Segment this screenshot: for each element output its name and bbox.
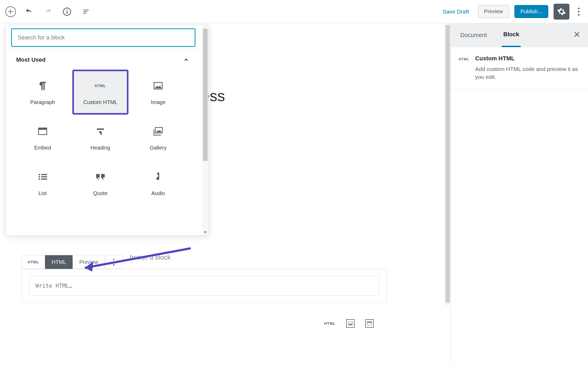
kebab-icon: [113, 258, 115, 266]
heading-icon: [96, 125, 105, 138]
block-item-embed[interactable]: Embed: [15, 115, 71, 160]
section-header-most-used[interactable]: Most Used: [15, 54, 200, 70]
html-icon: HTML: [459, 57, 469, 81]
svg-point-20: [38, 178, 40, 180]
block-body: [22, 269, 387, 303]
svg-rect-1: [67, 11, 68, 14]
undo-button[interactable]: [23, 6, 35, 18]
svg-point-2: [66, 9, 68, 10]
block-info-description: Add custom HTML code and preview it as y…: [475, 65, 580, 81]
block-item-paragraph[interactable]: Paragraph: [15, 70, 71, 115]
paragraph-icon: [39, 79, 47, 92]
quote-icon: [95, 170, 105, 183]
close-sidebar-button[interactable]: [574, 31, 580, 38]
custom-html-block: HTML HTML Preview: [22, 255, 387, 303]
svg-rect-17: [41, 174, 47, 175]
tab-block[interactable]: Block: [502, 23, 521, 47]
inserter-scrollbar[interactable]: ▼: [202, 25, 208, 235]
save-draft-button[interactable]: Save Draft: [439, 6, 473, 17]
svg-point-7: [113, 261, 114, 263]
block-item-custom-html[interactable]: HTML Custom HTML: [72, 70, 128, 115]
html-code-input[interactable]: [29, 276, 380, 296]
settings-sidebar: Document Block HTML Custom HTML Add cust…: [451, 23, 588, 365]
block-toolbar: HTML HTML Preview: [22, 255, 387, 269]
scrollbar-thumb[interactable]: [203, 29, 208, 161]
block-inserter: Most Used Paragraph HTML Custom HTML Ima…: [6, 25, 208, 236]
list-icon: [38, 170, 47, 183]
inserter-search-wrap: [6, 25, 202, 49]
scrollbar-thumb[interactable]: [446, 25, 450, 303]
svg-point-5: [578, 14, 580, 16]
list-icon: [82, 8, 90, 16]
preview-tab[interactable]: Preview: [73, 255, 105, 269]
embed-icon[interactable]: [365, 319, 374, 328]
image-icon: [154, 79, 163, 92]
section-title: Most Used: [16, 56, 46, 63]
svg-point-8: [113, 264, 114, 265]
gear-icon: [557, 7, 566, 16]
kebab-icon: [578, 7, 580, 16]
block-item-gallery[interactable]: Gallery: [130, 115, 186, 160]
close-icon: [574, 31, 580, 38]
html-icon[interactable]: HTML: [324, 321, 336, 326]
sidebar-block-info: HTML Custom HTML Add custom HTML code an…: [451, 47, 588, 89]
settings-button[interactable]: [554, 4, 569, 20]
block-item-list[interactable]: List: [15, 161, 71, 206]
block-more-button[interactable]: [105, 255, 123, 269]
gallery-icon: [153, 125, 163, 138]
block-item-quote[interactable]: Quote: [72, 161, 128, 206]
block-type-button[interactable]: HTML: [22, 255, 45, 269]
search-input[interactable]: [11, 29, 195, 47]
svg-rect-21: [41, 178, 47, 179]
block-grid: Paragraph HTML Custom HTML Image Embed H…: [15, 70, 200, 206]
block-info-title: Custom HTML: [475, 55, 580, 62]
svg-point-6: [113, 259, 114, 260]
svg-rect-14: [39, 128, 47, 130]
svg-rect-11: [367, 322, 372, 323]
canvas-scrollbar[interactable]: [445, 23, 451, 305]
html-tab[interactable]: HTML: [45, 255, 73, 269]
toolbar-right: Save Draft Preview Publish...: [439, 4, 583, 20]
sidebar-tabs: Document Block: [451, 23, 588, 47]
embed-icon: [38, 125, 47, 138]
scroll-down-icon[interactable]: ▼: [202, 230, 208, 234]
svg-rect-19: [41, 176, 47, 177]
preview-button[interactable]: Preview: [478, 5, 509, 18]
redo-icon: [43, 7, 52, 16]
more-menu-button[interactable]: [575, 6, 583, 18]
block-appender-icons: HTML: [324, 319, 374, 328]
publish-button[interactable]: Publish...: [514, 5, 548, 18]
svg-point-18: [38, 176, 40, 178]
html-icon: HTML: [95, 79, 106, 92]
redo-button[interactable]: [42, 6, 54, 18]
audio-icon: [155, 170, 162, 183]
undo-icon: [24, 7, 33, 16]
block-navigation-button[interactable]: [80, 6, 92, 18]
add-block-button[interactable]: [5, 6, 16, 17]
image-icon[interactable]: [346, 319, 355, 328]
toolbar-left: [5, 6, 92, 18]
svg-point-4: [578, 11, 580, 12]
plus-icon: [8, 9, 13, 14]
block-item-image[interactable]: Image: [130, 70, 186, 115]
block-item-heading[interactable]: Heading: [72, 115, 128, 160]
info-icon: [63, 7, 72, 16]
svg-point-16: [38, 174, 40, 175]
html-icon: HTML: [28, 260, 39, 264]
svg-point-3: [578, 8, 580, 9]
block-item-audio[interactable]: Audio: [130, 161, 186, 206]
chevron-up-icon: [183, 57, 189, 63]
editor-toolbar: Save Draft Preview Publish...: [0, 0, 588, 23]
tab-document[interactable]: Document: [459, 24, 488, 47]
content-structure-button[interactable]: [61, 6, 73, 18]
